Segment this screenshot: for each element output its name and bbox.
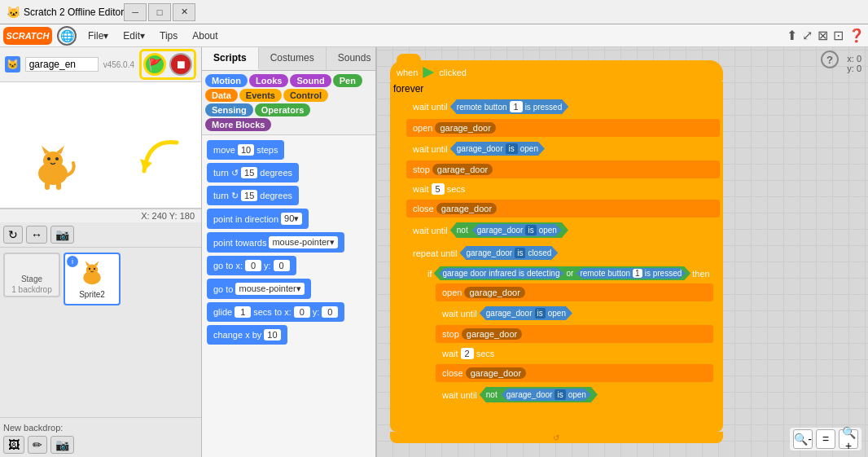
block-wait-until-5[interactable]: wait until not garage_door is open xyxy=(436,384,713,406)
paint-backdrop[interactable]: ✏ xyxy=(28,436,47,454)
block-wait-until-3[interactable]: wait until not garage_door is open xyxy=(406,219,720,241)
zoom-in-button[interactable]: 🔍+ xyxy=(839,429,858,449)
category-pen[interactable]: Pen xyxy=(333,74,362,87)
turn-left-input[interactable]: 15 xyxy=(241,167,257,178)
globe-icon[interactable]: 🌐 xyxy=(57,26,77,46)
stage-thumbnail[interactable]: Stage 1 backdrop xyxy=(3,253,60,297)
go-to-dropdown[interactable]: mouse-pointer▾ xyxy=(235,283,304,295)
block-open-1[interactable]: open garage_door xyxy=(406,119,720,137)
fullscreen-icon[interactable]: ⤢ xyxy=(802,28,813,43)
green-flag-button[interactable]: 🚩 xyxy=(143,53,166,76)
block-point-direction[interactable]: point in direction 90▾ xyxy=(207,209,309,229)
category-motion[interactable]: Motion xyxy=(205,74,248,87)
compress-icon[interactable]: ⊡ xyxy=(833,28,844,43)
category-more-blocks[interactable]: More Blocks xyxy=(205,118,271,131)
glide-x-input[interactable]: 0 xyxy=(294,306,310,318)
block-go-to[interactable]: go to mouse-pointer▾ xyxy=(207,279,311,299)
category-looks[interactable]: Looks xyxy=(249,74,288,87)
block-forever[interactable]: forever xyxy=(390,81,723,96)
menu-about[interactable]: About xyxy=(186,29,224,43)
svg-marker-3 xyxy=(56,146,64,154)
stage-label: Stage xyxy=(20,273,44,285)
maximize-button[interactable]: □ xyxy=(148,3,171,21)
block-stop-2[interactable]: stop garage_door xyxy=(436,325,713,343)
wait-5-input[interactable]: 5 xyxy=(432,183,445,195)
block-repeat-until[interactable]: repeat until garage_door is closed if xyxy=(406,243,720,427)
wait-2-input[interactable]: 2 xyxy=(461,348,474,359)
help-icon[interactable]: ❓ xyxy=(848,28,865,43)
menubar: SCRATCH 🌐 File▾ Edit▾ Tips About ⬆ ⤢ ⊠ ⊡… xyxy=(0,24,868,47)
if-cap xyxy=(421,409,717,415)
goto-x-input[interactable]: 0 xyxy=(245,260,261,271)
block-if[interactable]: if garage door infrared is detecting or … xyxy=(421,263,717,415)
glide-secs-input[interactable]: 1 xyxy=(235,306,251,318)
block-glide[interactable]: glide 1 secs to x: 0 y: 0 xyxy=(207,302,344,322)
backdrop-controls: 🖼 ✏ 📷 xyxy=(3,436,198,454)
block-move-steps[interactable]: move 10 steps xyxy=(207,140,284,160)
category-events[interactable]: Events xyxy=(239,89,282,102)
glide-y-input[interactable]: 0 xyxy=(322,306,338,318)
move-steps-input[interactable]: 10 xyxy=(238,144,254,156)
scripts-canvas[interactable]: when clicked forever wait until remote b… xyxy=(377,47,868,457)
direction-dropdown[interactable]: 90▾ xyxy=(281,213,302,225)
menu-tips[interactable]: Tips xyxy=(153,29,184,43)
category-sound[interactable]: Sound xyxy=(290,74,331,87)
minimize-button[interactable]: ─ xyxy=(124,3,147,21)
sprite-grid: Stage 1 backdrop i Sprite2 xyxy=(3,253,198,305)
block-categories: Motion Looks Sound Pen Data Events Contr… xyxy=(202,71,375,135)
change-x-input[interactable]: 10 xyxy=(264,329,280,341)
stop-button[interactable]: ⏹ xyxy=(169,53,192,76)
tab-scripts[interactable]: Scripts xyxy=(202,47,259,70)
svg-point-4 xyxy=(47,157,50,160)
block-point-towards[interactable]: point towards mouse-pointer▾ xyxy=(207,232,344,253)
upload-icon[interactable]: ⬆ xyxy=(787,28,797,43)
photo-backdrop[interactable]: 📷 xyxy=(50,436,74,454)
add-backdrop-from-file[interactable]: 🖼 xyxy=(3,436,24,454)
block-wait-2[interactable]: wait 2 secs xyxy=(436,345,713,363)
block-wait-until-2[interactable]: wait until garage_door is open xyxy=(406,138,720,159)
tab-costumes[interactable]: Costumes xyxy=(259,47,327,70)
condition-door-open-1: garage_door is open xyxy=(450,142,545,156)
close-button[interactable]: ✕ xyxy=(173,3,195,21)
svg-rect-7 xyxy=(56,182,61,190)
block-turn-left[interactable]: turn ↺ 15 degrees xyxy=(207,163,299,182)
block-turn-right[interactable]: turn ↻ 15 degrees xyxy=(207,186,299,205)
menu-file[interactable]: File▾ xyxy=(81,29,115,43)
zoom-out-button[interactable]: 🔍- xyxy=(793,429,813,449)
zoom-reset-button[interactable]: = xyxy=(816,429,835,449)
var-gd-4: garage_door xyxy=(464,287,524,298)
goto-y-input[interactable]: 0 xyxy=(274,260,290,271)
category-data[interactable]: Data xyxy=(205,89,238,102)
tab-sounds[interactable]: Sounds xyxy=(327,47,377,70)
turn-right-input[interactable]: 15 xyxy=(241,190,257,201)
sprite2-label: Sprite2 xyxy=(79,290,105,299)
help-button[interactable]: ? xyxy=(821,51,839,68)
towards-dropdown[interactable]: mouse-pointer▾ xyxy=(269,236,337,248)
block-open-2[interactable]: open garage_door xyxy=(436,283,713,301)
block-wait-5[interactable]: wait 5 secs xyxy=(406,180,720,198)
expand-icon[interactable]: ⊠ xyxy=(818,28,828,43)
category-operators[interactable]: Operators xyxy=(255,103,311,116)
block-close-1[interactable]: close garage_door xyxy=(406,200,720,218)
rb-num-1[interactable]: 1 xyxy=(510,101,523,112)
menu-edit[interactable]: Edit▾ xyxy=(116,29,151,43)
flip-mode-button[interactable]: ↔ xyxy=(26,226,47,244)
sprite2-thumbnail[interactable]: i Sprite2 xyxy=(64,253,121,305)
category-control[interactable]: Control xyxy=(283,89,328,102)
var-gd-5: garage_door xyxy=(462,328,522,340)
var-garage-door-3: garage_door xyxy=(436,203,497,214)
arrow-indicator xyxy=(136,134,185,183)
var-garage-door-1: garage_door xyxy=(435,122,495,134)
block-when-clicked[interactable]: when clicked xyxy=(390,60,723,81)
block-go-to-xy[interactable]: go to x: 0 y: 0 xyxy=(207,256,296,275)
sprite-name-input[interactable] xyxy=(25,57,99,72)
block-wait-until-4[interactable]: wait until garage_door is open xyxy=(436,303,713,323)
photo-button[interactable]: 📷 xyxy=(50,226,74,244)
block-wait-until-1[interactable]: wait until remote button 1 is pressed xyxy=(406,96,720,117)
block-change-x[interactable]: change x by 10 xyxy=(207,325,287,345)
block-close-2[interactable]: close garage_door xyxy=(436,364,713,382)
block-stop-1[interactable]: stop garage_door xyxy=(406,160,720,178)
rotate-mode-button[interactable]: ↻ xyxy=(3,226,23,244)
svg-point-10 xyxy=(86,265,98,275)
category-sensing[interactable]: Sensing xyxy=(205,103,253,116)
